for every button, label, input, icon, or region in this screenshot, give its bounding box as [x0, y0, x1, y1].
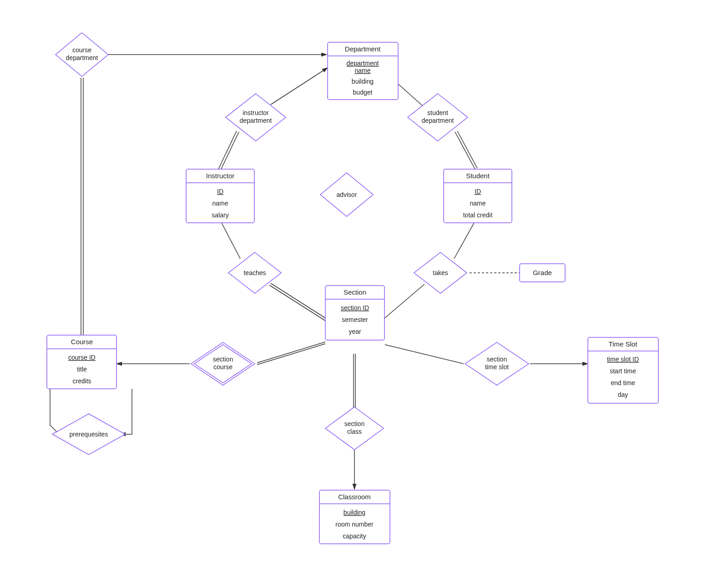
svg-text:student: student: [427, 109, 448, 116]
svg-text:semester: semester: [342, 316, 368, 323]
svg-text:credits: credits: [72, 377, 91, 385]
entity-section: Section section ID semester year: [325, 286, 384, 340]
svg-text:Instructor: Instructor: [206, 172, 235, 180]
svg-text:takes: takes: [433, 269, 448, 276]
svg-text:ID: ID: [217, 188, 223, 195]
svg-text:course: course: [213, 363, 233, 371]
entity-title: Department: [345, 45, 381, 53]
svg-text:class: class: [347, 428, 362, 435]
svg-text:section: section: [344, 420, 364, 427]
entity-classroom: Classroom building room number capacity: [319, 490, 390, 544]
svg-text:instructor: instructor: [243, 109, 269, 116]
svg-text:Grade: Grade: [533, 269, 552, 276]
rel-teaches: teaches: [228, 252, 281, 293]
svg-text:Student: Student: [466, 172, 490, 180]
rel-section-timeslot: section time slot: [465, 342, 529, 385]
entity-grade: Grade: [520, 264, 565, 282]
svg-text:section ID: section ID: [341, 304, 369, 311]
svg-text:section: section: [213, 356, 233, 363]
svg-text:Section: Section: [344, 288, 366, 296]
svg-text:total credit: total credit: [463, 211, 493, 219]
svg-text:salary: salary: [212, 211, 228, 219]
svg-text:time slot ID: time slot ID: [607, 356, 639, 363]
svg-text:department: department: [240, 117, 272, 124]
svg-text:name: name: [354, 67, 370, 74]
entity-timeslot: Time Slot time slot ID start time end ti…: [588, 337, 658, 403]
svg-text:name: name: [470, 200, 485, 207]
svg-text:budget: budget: [353, 89, 373, 96]
svg-text:year: year: [349, 328, 361, 335]
svg-text:department: department: [347, 60, 379, 67]
rel-takes: takes: [414, 252, 467, 293]
entity-department: Department department name building budg…: [328, 42, 398, 100]
svg-text:department: department: [422, 117, 454, 124]
svg-text:advisor: advisor: [336, 191, 357, 198]
svg-text:capacity: capacity: [343, 532, 366, 540]
rel-course-department: course department: [56, 33, 108, 76]
svg-text:Classroom: Classroom: [338, 493, 371, 501]
svg-text:teaches: teaches: [243, 269, 266, 276]
svg-text:day: day: [618, 391, 628, 398]
rel-section-course: section course: [191, 342, 255, 385]
rel-advisor: advisor: [320, 173, 373, 216]
svg-text:department: department: [66, 54, 98, 61]
svg-text:time slot: time slot: [485, 363, 509, 371]
svg-text:name: name: [212, 200, 228, 207]
entity-instructor: Instructor ID name salary: [186, 169, 254, 223]
svg-text:prerequesites: prerequesites: [70, 431, 108, 438]
svg-text:course: course: [72, 46, 91, 54]
entity-course: Course course ID title credits: [47, 335, 116, 389]
svg-text:section: section: [487, 356, 507, 363]
svg-text:room number: room number: [335, 521, 374, 528]
entity-student: Student ID name total credit: [444, 169, 512, 223]
svg-text:end time: end time: [611, 379, 635, 386]
rel-section-class: section class: [325, 407, 384, 450]
svg-text:Course: Course: [71, 338, 93, 346]
rel-prerequisites: prerequesites: [52, 414, 125, 455]
svg-text:Time Slot: Time Slot: [609, 340, 638, 348]
svg-text:start time: start time: [610, 367, 636, 375]
svg-text:title: title: [77, 366, 87, 373]
svg-text:ID: ID: [475, 188, 481, 195]
svg-text:course ID: course ID: [68, 354, 96, 361]
svg-text:building: building: [344, 509, 365, 516]
svg-text:building: building: [352, 78, 374, 85]
